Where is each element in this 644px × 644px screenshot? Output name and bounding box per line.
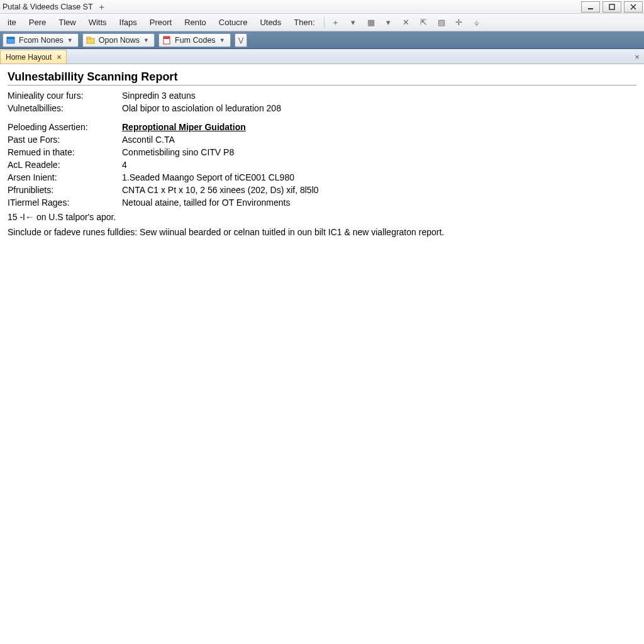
field-row: Pfrunibliets: CNTA C1 x Pt x 10, 2 56 xi… (8, 184, 636, 196)
fum-codes-label: Fum Codes (175, 36, 216, 45)
tabstrip-close-icon[interactable]: × (631, 52, 643, 64)
svg-rect-5 (7, 37, 14, 39)
tab-home-layout[interactable]: Home Hayout × (0, 50, 67, 64)
field-label: Pfrunibliets: (8, 184, 122, 196)
tab-label: Home Hayout (6, 53, 52, 62)
svg-rect-1 (609, 4, 614, 9)
menu-item-8[interactable]: Uteds (253, 16, 287, 29)
toolbar-ribbon: Fcom Nones ▼ Opon Nows ▼ Fum Codes ▼ ⋁ (0, 31, 644, 49)
add-tool-icon[interactable]: ＋ (329, 16, 343, 29)
grid-tool-icon[interactable]: ▧ (435, 16, 448, 29)
menu-item-1[interactable]: Pere (23, 16, 52, 29)
field-row: Minieality cour furs: Sinpredin 3 eatuns (8, 89, 636, 102)
field-value: Netoual ataine, tailled for OT Environme… (122, 196, 290, 209)
room-nones-label: Fcom Nones (19, 36, 64, 45)
open-nows-label: Opon Nows (99, 36, 140, 45)
menubar: ite Pere Tlew Witts Ifaps Preort Rento C… (0, 14, 644, 31)
menu-separator (324, 17, 325, 28)
open-icon (86, 35, 96, 45)
field-value: Ascontil C.TA (122, 133, 175, 146)
field-value-link[interactable]: Reproptional Miper Guidation (122, 121, 246, 133)
field-label: AcL Readele: (8, 158, 122, 171)
field-row: Remued in thate: Conmetisbiling sino CIT… (8, 146, 636, 158)
caret-icon: ▼ (219, 37, 225, 43)
field-row: ITiermel Rages: Netoual ataine, tailled … (8, 196, 636, 209)
toolbar-overflow-button[interactable]: ⋁ (235, 33, 247, 47)
fum-codes-button[interactable]: Fum Codes ▼ (158, 33, 231, 47)
maximize-icon (609, 4, 615, 10)
menu-item-7[interactable]: Cotucre (213, 16, 254, 29)
chart-tool-icon[interactable]: ▾ (382, 16, 396, 29)
field-value: Sinpredin 3 eatuns (122, 89, 196, 102)
export-tool-icon[interactable]: ⇱ (417, 16, 431, 29)
caret-icon: ▼ (143, 37, 149, 43)
close-button[interactable] (624, 1, 643, 13)
document-content: Vulnestabillity Scanning Report Minieali… (0, 64, 644, 247)
menu-item-3[interactable]: Witts (82, 16, 113, 29)
minimize-button[interactable] (581, 1, 600, 13)
field-value: Conmetisbiling sino CITV P8 (122, 146, 234, 158)
svg-rect-7 (87, 37, 91, 39)
report-title: Vulnestabillity Scanning Report (8, 70, 636, 86)
field-value: Olal bipor to asciolation ol leduration … (122, 102, 281, 114)
field-label: Vulnetalbillies: (8, 102, 122, 114)
field-label: Minieality cour furs: (8, 89, 122, 102)
menu-item-5[interactable]: Preort (143, 16, 178, 29)
field-label: Past ue Fors: (8, 133, 122, 146)
svg-rect-9 (164, 36, 170, 39)
close-icon (630, 4, 636, 10)
menu-item-2[interactable]: Tlew (52, 16, 82, 29)
field-label: Peloeding Assertien: (8, 121, 122, 133)
table-tool-icon[interactable]: ▦ (364, 16, 378, 29)
field-value: CNTA C1 x Pt x 10, 2 56 xinees (202, Ds)… (122, 184, 319, 196)
cut-tool-icon[interactable]: ✕ (399, 16, 413, 29)
field-value: 1.Seaded Maango Seport of tiCE001 CL980 (122, 171, 294, 184)
field-row: Vulnetalbillies: Olal bipor to asciolati… (8, 102, 636, 114)
field-row: AcL Readele: 4 (8, 158, 636, 171)
maximize-button[interactable] (602, 1, 621, 13)
new-tab-plus-icon[interactable]: + (99, 2, 104, 12)
caret-icon: ▼ (67, 37, 73, 43)
field-value: 4 (122, 158, 127, 171)
window-titlebar: Putal & Videeds Clase ST + (0, 0, 644, 14)
field-label: ITiermel Rages: (8, 196, 122, 209)
menu-item-6[interactable]: Rento (178, 16, 213, 29)
codes-icon (162, 35, 172, 45)
menu-item-9[interactable]: Then: (287, 16, 321, 29)
window-title: Putal & Videeds Clase ST (3, 3, 93, 11)
align-tool-icon[interactable]: ⏚ (470, 16, 484, 29)
menu-item-4[interactable]: Ifaps (113, 16, 143, 29)
body-text-line: Sinclude or fadeve runes fulldies: Sew w… (8, 225, 636, 239)
field-label: Remued in thate: (8, 146, 122, 158)
dropdown-tool-icon[interactable]: ▾ (347, 16, 360, 29)
field-row: Arsen Inient: 1.Seaded Maango Seport of … (8, 171, 636, 184)
document-tabstrip: Home Hayout × × (0, 49, 644, 64)
menu-item-0[interactable]: ite (1, 16, 23, 29)
room-icon (6, 35, 16, 45)
room-nones-button[interactable]: Fcom Nones ▼ (3, 33, 79, 47)
body-text-line: 15 -I← on U.S talpor's apor. (8, 210, 636, 224)
tab-close-icon[interactable]: × (57, 53, 61, 62)
center-tool-icon[interactable]: ✛ (452, 16, 466, 29)
field-row: Peloeding Assertien: Reproptional Miper … (8, 121, 636, 133)
field-row: Past ue Fors: Ascontil C.TA (8, 133, 636, 146)
minimize-icon (587, 4, 594, 10)
open-nows-button[interactable]: Opon Nows ▼ (82, 33, 155, 47)
field-label: Arsen Inient: (8, 171, 122, 184)
